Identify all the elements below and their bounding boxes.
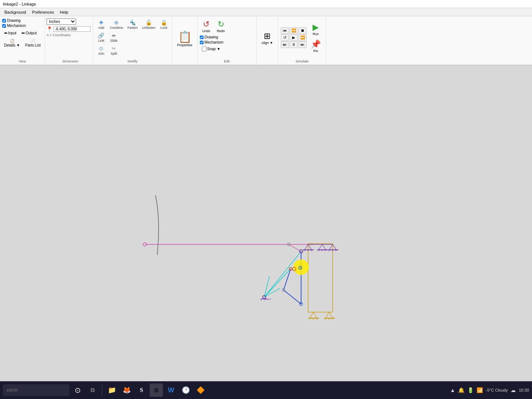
start-icon[interactable]: ⊙ xyxy=(71,383,84,397)
transport-rewind-btn[interactable]: ⏪ xyxy=(290,27,298,34)
search-input[interactable] xyxy=(3,384,69,396)
transport-ff-btn[interactable]: ⏩ xyxy=(299,34,307,41)
weather-text: -5°C Cloudy xyxy=(486,388,508,392)
xy-coord-label-row: X,Y Coordinates xyxy=(47,33,91,37)
canvas-svg: ⚙ xyxy=(0,65,532,381)
ribbon-section-properties: 📋 Properties xyxy=(173,17,198,64)
combine-icon: ⊕ xyxy=(114,20,119,25)
vlc-icon[interactable]: 🔶 xyxy=(194,383,207,397)
drawing-checkbox[interactable] xyxy=(2,19,6,23)
transport-controls: ⏮ ⏪ ⏹ ↺ ▶ ⏩ ⏭ ⏸ ⏭ xyxy=(281,27,307,48)
link-btn[interactable]: 🔗 Link xyxy=(95,31,107,44)
split-btn[interactable]: ✂ Split xyxy=(108,44,120,57)
edit-section-label: Edit xyxy=(198,59,256,63)
ribbon-section-align: ⊞ Align ▼ xyxy=(257,17,278,64)
linkage-app-icon[interactable]: ⚙ xyxy=(150,383,163,397)
details-btn[interactable]: 📋 Details ▼ xyxy=(2,38,22,48)
snap-dropdown[interactable]: Snap ▼ xyxy=(200,45,254,52)
transport-play-btn[interactable]: ▶ xyxy=(290,34,298,41)
run-btn[interactable]: ▶ Run xyxy=(308,21,323,37)
output-icon: ⬅ xyxy=(21,31,25,35)
run-label: Run xyxy=(313,32,319,36)
join-icon: ⊙ xyxy=(99,45,103,51)
unit-select[interactable]: Inches Centimeters Millimeters xyxy=(47,18,76,25)
unfasten-btn[interactable]: 🔓 Unfasten xyxy=(140,18,157,31)
task-view-icon[interactable]: ⧉ xyxy=(86,383,99,397)
edit-drawing-label: Drawing xyxy=(205,35,218,39)
pin-btn[interactable]: 📌 Pin xyxy=(308,38,323,54)
add-icon: ✚ xyxy=(99,20,103,25)
parts-list-btn[interactable]: 📄 Parts List xyxy=(23,38,42,48)
pin-label: Pin xyxy=(313,49,318,53)
ribbon-section-modify: ✚ Add ⊕ Combine 🔩 Fasten 🔓 Unfasten xyxy=(93,17,173,64)
dimension-section-label: Dimension xyxy=(47,59,94,63)
coord-row: 📍 xyxy=(47,26,91,32)
transport-next-btn[interactable]: ⏭ xyxy=(299,41,307,48)
align-btn[interactable]: ⊞ Align ▼ xyxy=(259,30,276,47)
undo-icon: ↺ xyxy=(203,20,209,29)
run-pin-group: ▶ Run 📌 Pin xyxy=(308,21,323,54)
menu-background[interactable]: Background xyxy=(1,9,29,15)
edit-mechanism-checkbox[interactable] xyxy=(200,41,204,44)
battery-icon[interactable]: 🔋 xyxy=(467,387,474,393)
properties-btn[interactable]: 📋 Properties xyxy=(175,28,195,53)
modify-row2: 🔗 Link ⬌ Slide xyxy=(95,31,170,44)
wifi-icon[interactable]: ▲ xyxy=(450,387,455,393)
drawing-check-row: Drawing xyxy=(2,18,42,23)
add-btn[interactable]: ✚ Add xyxy=(95,18,107,31)
lock-btn[interactable]: 🔒 Lock xyxy=(158,18,170,31)
join-btn[interactable]: ⊙ Join xyxy=(95,44,107,57)
fasten-btn[interactable]: 🔩 Fasten xyxy=(126,18,140,31)
taskbar: ⊙ ⧉ 📁 🦊 S ⚙ W 🕐 🔶 ▲ 🔔 🔋 📶 -5°C Cloudy ☁ … xyxy=(0,381,532,399)
ribbon-section-view: Drawing Mechanism ⬅ Input ⬅ Output xyxy=(0,17,45,64)
title-bar: linkage2 - Linkage xyxy=(0,0,532,8)
svg-rect-0 xyxy=(13,65,519,381)
clock-icon[interactable]: 🕐 xyxy=(179,383,192,397)
sonos-icon[interactable]: S xyxy=(135,383,148,397)
slide-icon: ⬌ xyxy=(112,33,116,38)
notification-icon[interactable]: 🔔 xyxy=(458,387,464,393)
menu-preferences[interactable]: Preferences xyxy=(29,9,57,15)
taskbar-right: ▲ 🔔 🔋 📶 -5°C Cloudy ☁ 10:30 xyxy=(450,387,529,393)
canvas-area[interactable]: ⚙ xyxy=(0,65,532,381)
fasten-icon: 🔩 xyxy=(129,20,136,25)
modify-row3: ⊙ Join ✂ Split xyxy=(95,44,170,57)
xy-label: X,Y Coordinates xyxy=(47,33,71,37)
coord-icon: 📍 xyxy=(47,26,52,32)
properties-icon: 📋 xyxy=(178,30,192,43)
align-icon: ⊞ xyxy=(264,31,270,41)
menu-help[interactable]: Help xyxy=(57,9,71,15)
file-manager-icon[interactable]: 📁 xyxy=(105,383,119,397)
coord-input[interactable] xyxy=(54,26,91,32)
snap-label: Snap ▼ xyxy=(207,47,221,51)
edit-mechanism-label: Mechanism xyxy=(205,40,224,44)
input-btn[interactable]: ⬅ Input xyxy=(2,30,18,37)
modify-row1: ✚ Add ⊕ Combine 🔩 Fasten 🔓 Unfasten xyxy=(95,18,170,31)
firefox-icon[interactable]: 🦊 xyxy=(120,383,133,397)
transport-stop-btn[interactable]: ⏹ xyxy=(299,27,307,34)
network-icon[interactable]: 📶 xyxy=(477,387,483,393)
cloud-icon: ☁ xyxy=(511,387,516,393)
undo-btn[interactable]: ↺ Undo xyxy=(200,18,213,34)
redo-btn[interactable]: ↻ Redo xyxy=(214,18,228,34)
modify-section-label: Modify xyxy=(93,59,172,63)
transport-end-btn[interactable]: ⏭ xyxy=(281,41,289,48)
edit-drawing-checkbox[interactable] xyxy=(200,35,204,39)
slide-btn[interactable]: ⬌ Slide xyxy=(108,31,120,44)
transport-row2: ↺ ▶ ⏩ xyxy=(281,34,307,41)
simulate-section-label: Simulate xyxy=(278,59,326,63)
joint-cursor-icon: ⚙ xyxy=(298,265,303,271)
transport-row3: ⏭ ⏸ ⏭ xyxy=(281,41,307,48)
word-icon[interactable]: W xyxy=(164,383,178,397)
taskbar-separator-1 xyxy=(102,385,102,396)
mechanism-checkbox[interactable] xyxy=(2,24,6,28)
redo-label: Redo xyxy=(217,29,225,33)
snap-checkbox[interactable] xyxy=(202,47,207,51)
clock-time: 10:30 xyxy=(519,388,529,392)
combine-btn[interactable]: ⊕ Combine xyxy=(108,18,125,31)
transport-loop-btn[interactable]: ↺ xyxy=(281,34,289,41)
ribbon-section-edit: ↺ Undo ↻ Redo Drawing Mechanism xyxy=(198,17,257,64)
transport-start-btn[interactable]: ⏮ xyxy=(281,27,289,34)
output-btn[interactable]: ⬅ Output xyxy=(20,30,38,37)
transport-pause-btn[interactable]: ⏸ xyxy=(290,41,298,48)
